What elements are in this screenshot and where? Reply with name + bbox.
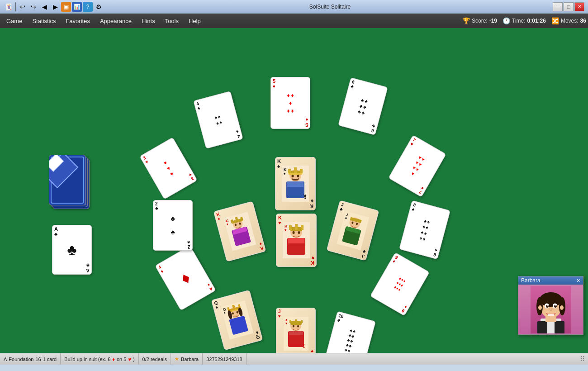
ten-clubs-card[interactable]: 10♣ ♣♣ ♣♣ ♣♣ ♣♣ ♣♣ 10♣ (324, 311, 376, 353)
svg-point-9 (297, 325, 299, 328)
six-clubs-card[interactable]: 6♣ ♣♣ ♣♣ ♣♣ 6♣ (338, 77, 388, 135)
help-icon[interactable]: ? (83, 2, 93, 12)
four-diamonds-card[interactable]: 4♦ ♦ 4♦ (155, 245, 216, 311)
foundation-card-count: 1 card (43, 357, 57, 362)
three-hearts-card[interactable]: 3♥ ♥ ♥ ♥ 3♥ (139, 137, 198, 200)
orange-icon[interactable]: ▣ (61, 2, 71, 12)
two-clubs-card[interactable]: 2♣ ♣ ♣ 2♣ (153, 200, 193, 251)
svg-rect-46 (294, 167, 297, 174)
build-text: Build up in suit (ex. 6 (64, 357, 110, 362)
time-display: 🕐 Time: 0:01:26 (503, 17, 546, 24)
svg-point-93 (560, 305, 564, 310)
jack-clubs-card[interactable]: J♣ J ♣ J♣ (327, 200, 379, 261)
score-label: Score: (472, 18, 488, 24)
svg-rect-7 (301, 320, 303, 323)
stats-icon[interactable]: 📊 (72, 2, 82, 12)
menu-bar: Game Statistics Favorites Appearance Hin… (0, 14, 588, 28)
five-diamonds-card[interactable]: 5♦ ♦ ♦ ♦ ♦ ♦ 5♦ (270, 77, 310, 129)
svg-point-50 (297, 175, 299, 177)
status-bar: A Foundation 16 1 card Build up in suit … (0, 353, 588, 365)
menu-favorites[interactable]: Favorites (61, 16, 94, 26)
four-spades-card[interactable]: 4♠ ♠ ♠ ♠ ♠ 4♠ (193, 91, 243, 149)
extra-icon[interactable]: ⚙ (94, 2, 104, 12)
foundation-name: Foundation (9, 357, 33, 362)
window-title: SolSuite Solitaire (107, 4, 553, 10)
svg-rect-91 (548, 314, 554, 316)
svg-point-87 (546, 305, 549, 308)
separator (15, 2, 16, 11)
toolbar: 🃏 ↩ ↪ ◀ ▶ ▣ 📊 ? ⚙ (4, 2, 104, 12)
svg-point-63 (293, 231, 295, 234)
king-hearts-card[interactable]: K♥ K ♥ K♥ (276, 214, 317, 267)
player-name: Barbara (521, 277, 541, 284)
trophy-icon: 🏆 (462, 17, 470, 24)
card-deck[interactable] (49, 155, 90, 209)
redeals-segment: 0/2 redeals (139, 353, 171, 365)
player-panel-header: Barbara ✕ (518, 276, 583, 285)
king-diamonds-card[interactable]: K♦ K ♦ K♦ (213, 201, 266, 262)
redo-icon[interactable]: ↪ (28, 2, 38, 12)
status-right: 🏆 Score: -19 🕐 Time: 0:01:26 🔀 Moves: 86 (462, 17, 586, 24)
grip-segment: ⠿ (577, 355, 588, 363)
build-close-paren: ) (133, 357, 135, 362)
seed-value: 3275291249318 (206, 357, 242, 362)
ace-clubs-card[interactable]: A♣ ♣ A♣ (52, 225, 92, 275)
moves-label: Moves: (561, 18, 579, 24)
menu-tools[interactable]: Tools (161, 16, 183, 26)
seven-hearts-card[interactable]: 7♥ ♥♥ ♥♥ ♥♥ ♥ 7♥ (388, 135, 446, 197)
svg-rect-79 (555, 321, 564, 333)
maximize-button[interactable]: □ (564, 2, 574, 11)
queen-spades-card[interactable]: Q♠ Q ♠ Q♠ (211, 290, 263, 351)
svg-point-64 (298, 231, 300, 234)
svg-text:♥: ♥ (285, 322, 287, 325)
game-area[interactable]: A♣ ♣ A♣ 3♥ ♥ ♥ ♥ 3♥ 4♠ ♠ ♠ ♠ ♠ 4♠ 5♦ ♦ ♦… (0, 28, 588, 353)
undo-icon[interactable]: ↩ (18, 2, 28, 12)
player-icon: ★ (175, 356, 179, 362)
nine-diamonds-card[interactable]: 9♦ ♦♦♦ ♦♦♦ ♦♦♦ 9♦ (370, 252, 430, 316)
menu-help[interactable]: Help (184, 16, 205, 26)
svg-rect-48 (289, 173, 302, 175)
svg-rect-5 (289, 320, 291, 323)
svg-text:♥: ♥ (285, 228, 287, 232)
build-on-text: on 5 (117, 357, 126, 362)
moves-display: 🔀 Moves: 86 (551, 17, 586, 24)
window-controls: ─ □ ✕ (553, 2, 584, 11)
svg-point-82 (540, 292, 562, 307)
player-panel: Barbara ✕ (518, 276, 583, 335)
menu-hints[interactable]: Hints (137, 16, 160, 26)
foundation-count: 16 (35, 357, 41, 362)
close-button[interactable]: ✕ (574, 2, 584, 11)
next-icon[interactable]: ▶ (50, 2, 60, 12)
svg-rect-78 (537, 321, 547, 333)
build-info-segment: Build up in suit (ex. 6 ♦ on 5 ♥ ) (61, 353, 138, 365)
minimize-button[interactable]: ─ (553, 2, 563, 11)
clock-icon: 🕐 (503, 17, 510, 24)
menu-statistics[interactable]: Statistics (28, 16, 60, 26)
svg-point-8 (293, 325, 294, 328)
jack-hearts-card[interactable]: J♥ J J ♥ ♥ J♥ (276, 308, 316, 353)
menu-appearance[interactable]: Appearance (95, 16, 136, 26)
svg-rect-62 (301, 225, 303, 230)
king-spades-card[interactable]: K♠ K ♠ K ♠ (275, 157, 316, 210)
player-panel-close[interactable]: ✕ (576, 278, 580, 284)
svg-rect-45 (288, 169, 291, 173)
svg-point-92 (538, 305, 542, 310)
score-value: -19 (489, 18, 497, 24)
app-icon-toolbar[interactable]: 🃏 (4, 2, 14, 12)
svg-point-49 (292, 175, 294, 177)
moves-icon: 🔀 (551, 17, 559, 24)
grip-icon: ⠿ (580, 355, 585, 363)
build-suit2-icon: ♥ (128, 357, 131, 362)
player-segment: ★ Barbara (171, 353, 203, 365)
svg-rect-6 (295, 319, 297, 323)
foundation-segment: A Foundation 16 1 card (0, 353, 61, 365)
menu-game[interactable]: Game (2, 16, 27, 26)
time-value: 0:01:26 (527, 18, 546, 24)
moves-value: 86 (580, 18, 586, 24)
redeals-text: 0/2 redeals (142, 357, 167, 362)
eight-spades-card[interactable]: 8♠ ♠♠ ♠♠ ♠♠ ♠♠ 8♠ (399, 200, 450, 260)
prev-icon[interactable]: ◀ (39, 2, 49, 12)
svg-rect-43 (287, 181, 303, 187)
title-bar: 🃏 ↩ ↪ ◀ ▶ ▣ 📊 ? ⚙ SolSuite Solitaire ─ □… (0, 0, 588, 14)
player-photo (518, 285, 583, 334)
